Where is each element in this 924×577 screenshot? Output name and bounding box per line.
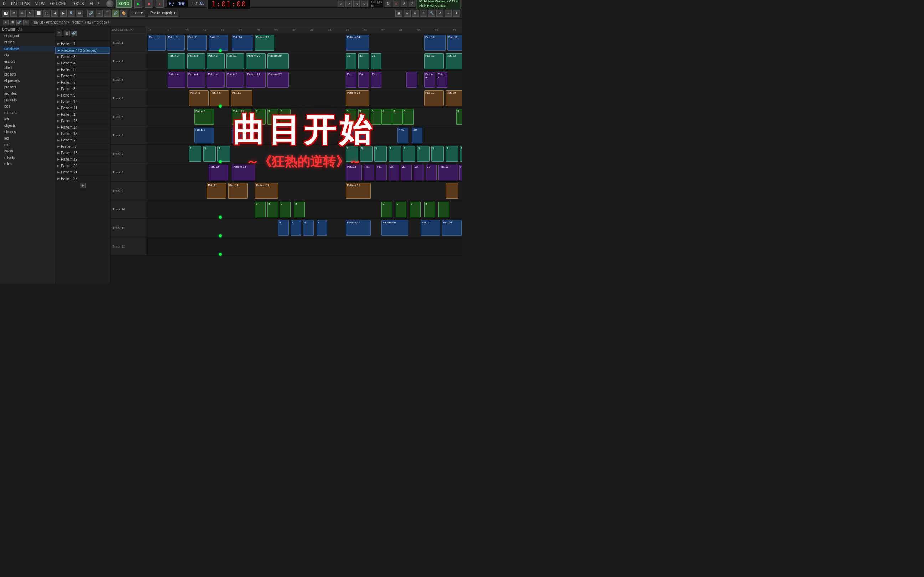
pat-block-t9-4[interactable]: Pattern 36 xyxy=(346,183,371,199)
snap-icon[interactable]: 🔗 xyxy=(87,10,94,17)
menu-item-view[interactable]: VIEW xyxy=(34,2,46,6)
pat-block-t4-1[interactable]: Pat..n 5 xyxy=(189,90,208,106)
update-icon[interactable]: ↻ xyxy=(385,1,391,7)
pattern-item-21[interactable]: ▶ Pattern 22 xyxy=(55,176,110,182)
pat-block-t3-3[interactable]: Pat..n 4 xyxy=(207,72,225,88)
track-8-content[interactable]: Pat..10 Pattern 24 Pat..33 Pa.. Pa.. 33 … xyxy=(146,163,462,181)
pat-block-t10-3[interactable]: 3 xyxy=(280,201,291,217)
track-2-label[interactable]: Track 2 xyxy=(110,52,146,70)
pattern-item-3[interactable]: ▶ Pattern 4 xyxy=(55,60,110,67)
pat-block-t10-4[interactable]: 3 xyxy=(294,201,305,217)
pat-block-t10-5[interactable]: 3 xyxy=(381,201,392,217)
pat-block-t5-6[interactable]: 3 xyxy=(346,109,357,125)
pat-block-t2-6[interactable]: Pattern 29 xyxy=(267,53,289,69)
pat-block-t4-5[interactable]: Pat..18 xyxy=(424,90,444,106)
pat-block-t7-10[interactable]: 3 xyxy=(431,146,444,162)
pat-block-t11-1[interactable]: 3 xyxy=(278,220,289,236)
pat-block-t2-5[interactable]: Pattern 20 xyxy=(246,53,266,69)
track-5-label[interactable]: Track 5 xyxy=(110,108,146,126)
track-3-content[interactable]: Pat..n 4 Pat..n 4 Pat..n 4 Pat..n 9 Patt… xyxy=(146,71,462,89)
pattern-item-5[interactable]: ▶ Pattern 6 xyxy=(55,73,110,79)
pat-block-t1-4[interactable]: Patt..1' xyxy=(208,35,228,51)
track-5-content[interactable]: Pat..n 6 Pat..n 21 3 3 3 3 3 3 3 3 3 3 xyxy=(146,108,462,126)
pattern-item-11[interactable]: ▶ Pattern 1' xyxy=(55,111,110,118)
track-9-content[interactable]: Pat..11 Pat..11 Pattern 19 Pattern 36 xyxy=(146,182,462,200)
pat-block-t8-6[interactable]: 33 xyxy=(389,164,399,180)
sidebar-item-projects[interactable]: projects xyxy=(0,97,55,103)
mute-icon[interactable]: ◯ xyxy=(43,10,50,17)
mixer-icon[interactable]: M xyxy=(338,1,344,7)
pat-block-t7-9[interactable]: 3 xyxy=(417,146,430,162)
track-10-label[interactable]: Track 10 xyxy=(110,200,146,218)
pat-block-t2-3[interactable]: Pat..n 3 xyxy=(207,53,225,69)
pat-block-t3-10[interactable] xyxy=(406,72,417,88)
pattern-item-2[interactable]: ▶ Pattern 3 xyxy=(55,54,110,60)
pat-block-t8-4[interactable]: Pa.. xyxy=(363,164,374,180)
pat-block-t5-3[interactable]: 3 xyxy=(255,109,266,125)
sidebar-item-database[interactable]: database xyxy=(0,45,55,52)
sidebar-item-cts[interactable]: cts xyxy=(0,52,55,58)
pat-block-t11-7[interactable]: Pat..51 xyxy=(421,220,440,236)
pattern-item-1[interactable]: ▶ Prettern 7 #2 (merged) xyxy=(55,47,110,54)
pat-block-t2-9[interactable]: 33 xyxy=(371,53,381,69)
pat-block-t10-2[interactable]: 3 xyxy=(267,201,278,217)
pat-block-t3-5[interactable]: Pattern 22 xyxy=(246,72,266,88)
track-7-content[interactable]: 3 3 3 3 3 3 3 3 3 3 3 3 xyxy=(146,145,462,163)
pat-block-t1-2[interactable]: Pat..n 1 xyxy=(167,35,185,51)
pat-block-t1-7[interactable]: Pattern 34 xyxy=(346,35,369,51)
pat-block-t5-10[interactable]: 3 xyxy=(392,109,403,125)
pat-block-t8-9[interactable]: 33 xyxy=(426,164,437,180)
bpm-value[interactable]: 32♩ xyxy=(199,2,205,6)
pat-block-t1-9[interactable]: Pat..16 xyxy=(447,35,462,51)
stop-button[interactable]: ■ xyxy=(145,0,153,8)
curve-icon[interactable]: ⌒ xyxy=(104,10,111,17)
pat-block-t10-8[interactable]: 3 xyxy=(424,201,435,217)
pat-block-t4-3[interactable]: Pat..18 xyxy=(231,90,252,106)
t2-icon2[interactable]: ⊟ xyxy=(404,10,411,17)
pattern-item-6[interactable]: ▶ Pattern 7 xyxy=(55,79,110,86)
sidebar-item-fonts[interactable]: n fonts xyxy=(0,155,55,161)
pat-block-t7-6[interactable]: 3 xyxy=(374,146,387,162)
pattern-item-12[interactable]: ▶ Pattern 13 xyxy=(55,118,110,124)
pat-block-t7-7[interactable]: 3 xyxy=(389,146,401,162)
pat-block-t8-11[interactable]: Pat..10 xyxy=(459,164,462,180)
channel-rack-icon[interactable]: ⊞ xyxy=(64,31,69,36)
track-7-label[interactable]: Track 7 xyxy=(110,145,146,163)
pat-block-t3-2[interactable]: Pat..n 4 xyxy=(187,72,205,88)
eraser-icon[interactable]: ⬜ xyxy=(35,10,42,17)
pat-block-t11-2[interactable]: 3 xyxy=(291,220,301,236)
pat-block-t4-6[interactable]: Pat..18 xyxy=(446,90,462,106)
plugin-icon[interactable]: V xyxy=(361,1,368,7)
sidebar-item-pes[interactable]: pes xyxy=(0,103,55,110)
pat-block-t3-9[interactable]: Pa.. xyxy=(371,72,381,88)
sidebar-item-files[interactable]: nt files xyxy=(0,39,55,45)
t2-icon8[interactable]: ⬇ xyxy=(453,10,460,17)
menu-item-tools[interactable]: TOOLS xyxy=(71,2,86,6)
sidebar-item-generators[interactable]: erators xyxy=(0,58,55,65)
right-arrow-icon[interactable]: → xyxy=(95,10,103,17)
sidebar-item-el-presets[interactable]: el presets xyxy=(0,77,55,84)
track-6-label[interactable]: Track 6 xyxy=(110,126,146,144)
menu-item-options[interactable]: OPTIONS xyxy=(49,2,68,6)
sidebar-item-project[interactable]: nt project xyxy=(0,33,55,39)
pat-block-t1-8[interactable]: Pat..14 xyxy=(424,35,446,51)
pat-block-t11-5[interactable]: Pattern 37 xyxy=(346,220,371,236)
sidebar-item-red[interactable]: red xyxy=(0,142,55,148)
pat-block-t5-8[interactable]: 3 xyxy=(371,109,381,125)
t2-icon7[interactable]: → xyxy=(444,10,452,17)
pattern-item-10[interactable]: ▶ Pattern 11 xyxy=(55,105,110,111)
pat-block-t2-2[interactable]: Pat..n 3 xyxy=(187,53,205,69)
pat-block-t10-7[interactable]: 3 xyxy=(410,201,421,217)
pattern-item-7[interactable]: ▶ Pattern 8 xyxy=(55,86,110,92)
pat-block-t7-5[interactable]: 3 xyxy=(360,146,373,162)
track-4-content[interactable]: Pat..n 5 Pat..n 5 Pat..18 Pattern 35 Pat… xyxy=(146,89,462,107)
sidebar-item-les[interactable]: n les xyxy=(0,161,55,168)
pat-block-t2-1[interactable]: Pat..n 3 xyxy=(168,53,185,69)
track-2-content[interactable]: Pat..n 3 Pat..n 3 Pat..n 3 Pat..13 Patte… xyxy=(146,52,462,70)
add-track-icon[interactable]: ≡ xyxy=(57,31,62,36)
track-11-content[interactable]: 3 3 3 3 Pattern 37 Pattern 40 Pat..51 Pa… xyxy=(146,219,462,237)
pat-block-t11-6[interactable]: Pattern 40 xyxy=(381,220,408,236)
pat-block-t4-4[interactable]: Pattern 35 xyxy=(346,90,369,106)
pat-block-t7-4[interactable]: 3 xyxy=(346,146,358,162)
browser-icon[interactable]: B xyxy=(353,1,360,7)
